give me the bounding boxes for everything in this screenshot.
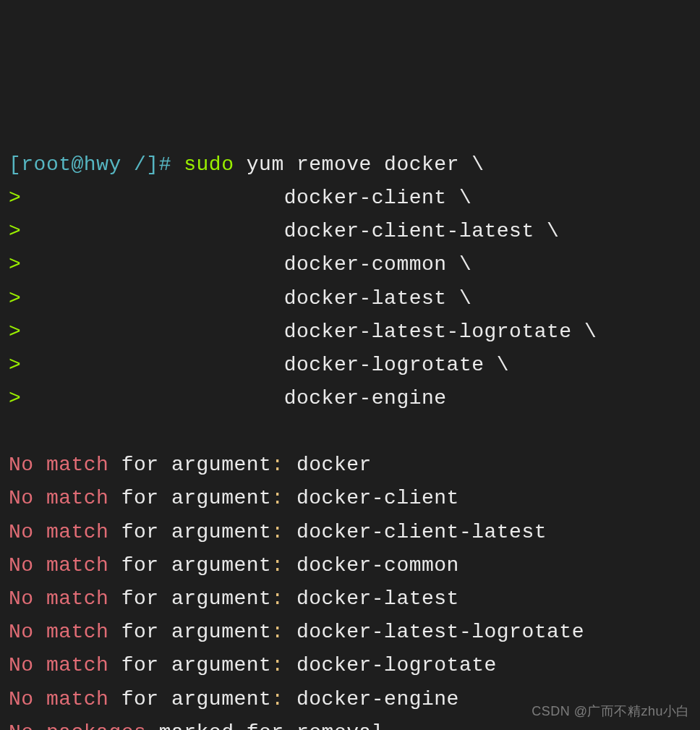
no-match-mid: for argument — [108, 654, 271, 676]
no-match-prefix: No match — [9, 688, 108, 710]
no-match-prefix: No match — [9, 454, 108, 476]
no-match-prefix: No match — [9, 654, 108, 676]
no-match-item: docker-logrotate — [284, 654, 497, 676]
clipped-top-line: docker.io/library/mysql:latest — [9, 141, 691, 148]
blank-line — [9, 415, 691, 449]
clipped-top-text: docker.io/library/mysql:latest — [9, 141, 691, 148]
sudo-keyword: sudo — [184, 153, 234, 176]
continuation-spacing — [21, 321, 283, 343]
no-match-item: docker-latest-logrotate — [284, 621, 584, 643]
no-match-mid: for argument — [108, 554, 271, 577]
continuation-prefix: > — [9, 387, 21, 409]
no-match-colon: : — [271, 521, 283, 543]
no-match-colon: : — [271, 587, 283, 610]
continuation-prefix: > — [9, 354, 21, 376]
no-match-mid: for argument — [108, 521, 271, 543]
no-match-prefix: No match — [9, 487, 108, 509]
continuation-prefix: > — [9, 253, 21, 276]
no-match-mid: for argument — [108, 621, 271, 643]
no-match-prefix: No match — [9, 554, 108, 577]
no-packages-rest: marked for removal. — [146, 721, 396, 730]
continuation-spacing — [21, 253, 283, 276]
no-match-colon: : — [271, 688, 283, 710]
continuation-pkg: docker-logrotate \ — [284, 354, 509, 376]
continuation-pkg: docker-client \ — [284, 187, 472, 209]
prompt-symbol: # — [159, 153, 184, 176]
continuation-spacing — [21, 220, 283, 242]
no-match-colon: : — [271, 654, 283, 676]
continuation-prefix: > — [9, 321, 21, 343]
continuation-pkg: docker-common \ — [284, 253, 472, 276]
no-match-item: docker-common — [284, 554, 459, 577]
no-match-mid: for argument — [108, 688, 271, 710]
watermark: CSDN @广而不精zhu小白 — [532, 701, 690, 723]
continuation-spacing — [21, 187, 283, 209]
continuation-pkg: docker-latest-logrotate \ — [284, 321, 597, 343]
no-match-colon: : — [271, 554, 283, 577]
no-match-colon: : — [271, 487, 283, 509]
no-match-mid: for argument — [108, 487, 271, 509]
no-match-item: docker-client-latest — [284, 521, 547, 543]
continuation-prefix: > — [9, 187, 21, 209]
continuation-pkg: docker-client-latest \ — [284, 220, 560, 242]
no-match-prefix: No match — [9, 587, 108, 610]
continuation-prefix: > — [9, 220, 21, 242]
continuation-pkg: docker-latest \ — [284, 287, 472, 310]
continuation-spacing — [21, 287, 283, 310]
no-match-mid: for argument — [108, 454, 271, 476]
prompt-bracket-open: [ — [9, 153, 21, 176]
command-text: yum remove docker \ — [234, 153, 484, 176]
continuation-pkg: docker-engine — [284, 387, 447, 409]
prompt-user-host: root@hwy / — [21, 153, 146, 176]
no-match-colon: : — [271, 454, 283, 476]
no-match-item: docker — [284, 454, 372, 476]
no-match-item: docker-client — [284, 487, 459, 509]
no-match-lines: No match for argument: docker No match f… — [9, 454, 584, 710]
no-match-item: docker-latest — [284, 587, 459, 610]
no-packages-red: No packages — [9, 721, 146, 730]
no-match-prefix: No match — [9, 621, 108, 643]
no-match-colon: : — [271, 621, 283, 643]
continuation-prefix: > — [9, 287, 21, 310]
no-match-prefix: No match — [9, 521, 108, 543]
no-match-mid: for argument — [108, 587, 271, 610]
continuation-spacing — [21, 387, 283, 409]
prompt-bracket-close: ] — [146, 153, 158, 176]
no-match-item: docker-engine — [284, 688, 459, 710]
terminal-output: [root@hwy /]# sudo yum remove docker \ >… — [9, 148, 691, 730]
continuation-spacing — [21, 354, 283, 376]
continuation-lines: > docker-client \ > docker-client-latest… — [9, 187, 597, 409]
